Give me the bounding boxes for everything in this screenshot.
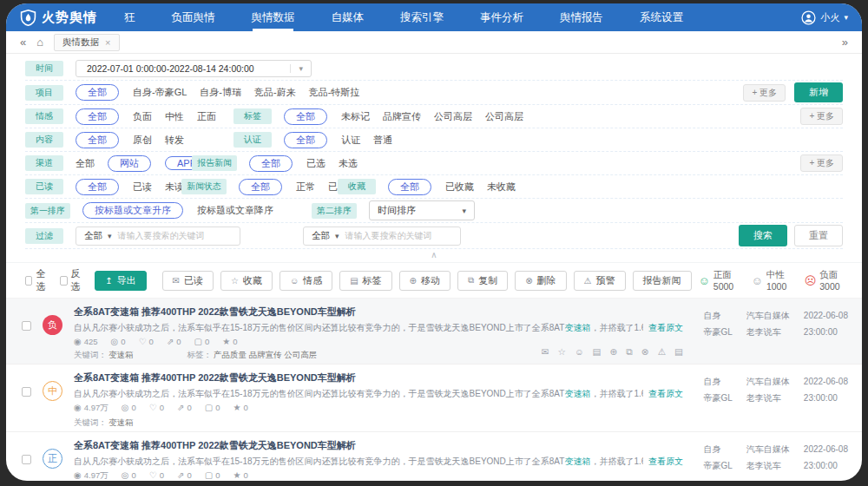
move-icon[interactable]: ⊕ [610,346,618,358]
project-option[interactable]: 竞品-蔚来 [254,86,296,99]
content-option[interactable]: 转发 [165,134,184,147]
favorite-all-chip[interactable]: 全部 [388,179,431,195]
user-menu[interactable]: 小火 ▾ [801,10,848,25]
mark-read-button[interactable]: ✉ 已读 [162,271,214,291]
bell-icon[interactable]: ⚠ [658,346,666,358]
read-icon[interactable]: ✉ [542,346,549,358]
tag-option[interactable]: 未标记 [341,110,370,123]
channel-chip-website[interactable]: 网站 [108,155,151,172]
channel-all-option[interactable]: 全部 [76,157,95,170]
add-project-button[interactable]: 新增 [794,82,843,102]
copy-icon[interactable]: ⧉ [626,346,633,358]
report-all-chip[interactable]: 全部 [249,155,293,172]
project-all-chip[interactable]: 全部 [76,84,119,101]
nav-item-event-analysis[interactable]: 事件分析 [462,3,542,31]
report-news-button[interactable]: 报告新闻 [633,271,692,291]
tag-icon[interactable]: ▤ [593,346,602,358]
trash-icon[interactable]: ⊗ [641,346,649,358]
expand-tabs-icon[interactable]: » [842,36,848,49]
close-icon[interactable]: × [105,37,110,48]
sentiment-option[interactable]: 中性 [165,110,184,123]
tag-option[interactable]: 品牌宣传 [383,110,421,123]
nav-item-0[interactable]: 狂 [106,3,154,31]
report-icon[interactable]: ▤ [674,346,683,358]
nav-item-we-media[interactable]: 自媒体 [313,3,383,31]
comments-count: 0 [205,337,209,346]
item-checkbox[interactable] [22,321,31,331]
reset-button[interactable]: 重置 [794,225,843,246]
sentiment-all-chip[interactable]: 全部 [76,108,119,125]
auth-option[interactable]: 普通 [373,134,392,147]
project-more-button[interactable]: + 更多 [743,84,786,102]
report-option[interactable]: 已选 [306,157,326,170]
content-option[interactable]: 原创 [133,134,152,147]
collapse-tabs-icon[interactable]: « [20,36,26,49]
keyword-scope-select-1[interactable]: 全部 ▾ [76,230,115,242]
tag-option[interactable]: 公司高层 [485,110,523,123]
sentiment-button[interactable]: ☺ 情感 [279,271,332,291]
item-title[interactable]: 全系8AT变速箱 推荐400THP 2022款雪铁龙天逸BEYOND车型解析 [74,371,683,384]
tag-button[interactable]: ▤ 标签 [339,271,391,291]
auth-option[interactable]: 认证 [341,134,360,147]
tags-label: 标签： [187,350,213,359]
project-option[interactable]: 竞品-特斯拉 [309,86,360,99]
item-checkbox[interactable] [22,455,31,464]
followers-icon: ◉ [74,403,82,412]
item-title[interactable]: 全系8AT变速箱 推荐400THP 2022款雪铁龙天逸BEYOND车型解析 [74,305,683,319]
content-all-chip[interactable]: 全部 [76,132,119,148]
move-button[interactable]: ⊕ 移动 [399,271,450,291]
chevron-down-icon: ▾ [108,232,112,240]
views-icon: ◎ [122,470,129,480]
copy-button[interactable]: ⧉ 复制 [457,271,508,291]
star-icon[interactable]: ☆ [557,346,565,358]
sentiment-option[interactable]: 负面 [133,110,152,123]
auth-all-chip[interactable]: 全部 [284,132,327,148]
summary-text: ，并搭载了1.6T和1.8T两种变速箱相比凡尔赛的跨界车型而言天逸BEYOND是… [590,456,643,466]
keyword-scope-select-2[interactable]: 全部 ▾ [304,230,343,242]
favorite-button[interactable]: ☆ 收藏 [220,271,273,291]
search-button[interactable]: 搜索 [739,225,787,246]
sort2-select[interactable]: 时间排序 ▾ [369,200,475,220]
status-all-chip[interactable]: 全部 [239,179,282,195]
sort1-option[interactable]: 按标题或文章降序 [197,204,273,217]
smiley-icon[interactable]: ☺ [575,346,584,358]
favorite-option[interactable]: 已收藏 [445,181,474,194]
nav-item-report[interactable]: 舆情报告 [542,3,621,31]
select-all-checkbox[interactable]: 全选 [25,267,49,293]
tag-all-chip[interactable]: 全部 [284,108,327,125]
nav-item-negative[interactable]: 负面舆情 [154,3,233,31]
collapse-filters-button[interactable]: ∧ [25,249,843,262]
channel-more-button[interactable]: + 更多 [800,154,843,172]
view-original-link[interactable]: 查看原文 [648,387,683,400]
keyword-input-2[interactable] [343,230,460,241]
alert-label: 预警 [596,274,615,287]
comments-count: 0 [215,403,220,412]
sentiment-option[interactable]: 正面 [197,110,216,123]
views-count: 0 [131,403,135,412]
tag-more-button[interactable]: + 更多 [800,108,843,125]
alert-button[interactable]: ⚠ 预警 [574,271,626,291]
view-original-link[interactable]: 查看原文 [648,455,683,468]
read-all-chip[interactable]: 全部 [76,179,119,195]
nav-item-search-engine[interactable]: 搜索引擎 [382,3,462,31]
invert-select-checkbox[interactable]: 反选 [60,267,84,293]
report-option[interactable]: 未选 [339,157,358,170]
tag-option[interactable]: 公司高层 [434,110,472,123]
delete-button[interactable]: ⊗ 删除 [515,271,566,291]
sort1-selected-chip[interactable]: 按标题或文章升序 [82,202,183,219]
read-option[interactable]: 已读 [133,181,152,194]
status-option[interactable]: 正常 [296,181,315,194]
date-range-picker[interactable]: 2022-07-01 0:00:00-2022-08-14 24:00:00 ▾ [76,60,312,77]
export-button[interactable]: ↥ 导出 [95,271,146,291]
view-original-link[interactable]: 查看原文 [648,321,683,334]
nav-item-settings[interactable]: 系统设置 [621,3,701,31]
nav-item-sentiment-data[interactable]: 舆情数据 [233,3,313,31]
project-option[interactable]: 自身-帝豪GL [133,86,187,99]
keyword-input-1[interactable] [115,230,240,241]
project-option[interactable]: 自身-博瑞 [200,86,241,99]
home-icon[interactable]: ⌂ [36,36,43,49]
favorite-option[interactable]: 未收藏 [487,181,516,194]
item-title[interactable]: 全系8AT变速箱 推荐400THP 2022款雪铁龙天逸BEYOND车型解析 [74,439,683,452]
tab-sentiment-data[interactable]: 舆情数据 × [54,34,119,51]
item-checkbox[interactable] [22,387,31,397]
